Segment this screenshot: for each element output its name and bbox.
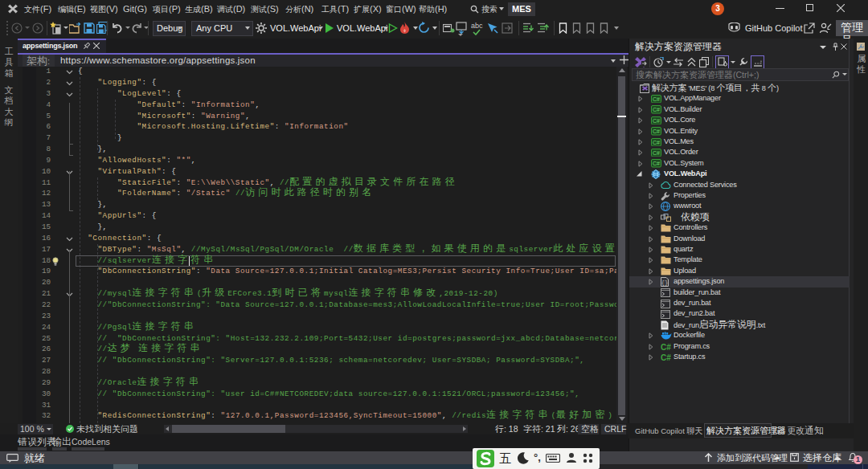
svg-text:C#: C# xyxy=(653,161,660,166)
svg-text:C#: C# xyxy=(653,118,660,124)
svg-text:C#: C# xyxy=(653,96,660,102)
svg-text:C#: C# xyxy=(653,107,660,112)
svg-text:{}: {} xyxy=(661,279,668,286)
svg-text:C#: C# xyxy=(653,140,660,145)
svg-text:C#: C# xyxy=(661,343,671,352)
svg-text:C#: C# xyxy=(653,128,660,134)
svg-text:C#: C# xyxy=(661,353,671,362)
svg-text:C#: C# xyxy=(653,150,660,156)
